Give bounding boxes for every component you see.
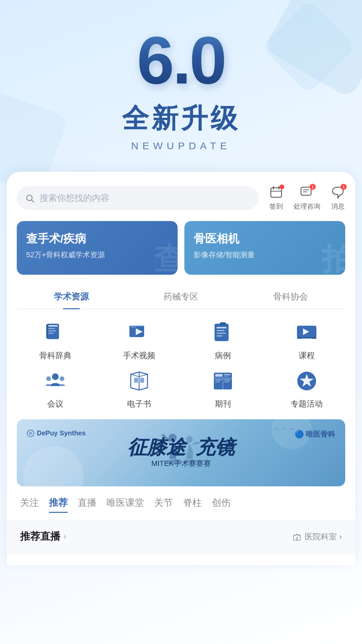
svg-rect-27 [220,322,226,325]
tab-follow[interactable]: 关注 [20,496,39,513]
svg-rect-23 [217,327,227,328]
ebook-icon [126,368,153,394]
content-tabs: 关注 推荐 直播 唯医课堂 关节 脊柱 创伤 [17,496,345,513]
version-number: 6.0 [137,27,225,94]
tab-recommend[interactable]: 推荐 [49,496,68,513]
svg-rect-45 [215,381,220,382]
feature-banners: 查手术/疾病 52万+骨科权威学术资源 查 骨医相机 影像存储/智能测量 拍 [17,221,345,275]
svg-rect-57 [296,537,298,540]
camera-banner-title: 骨医相机 [194,231,336,247]
surgery-video-label: 手术视频 [123,350,155,361]
svg-rect-43 [224,376,229,377]
svg-rect-42 [224,374,231,375]
grid-icons: 骨科辞典 手术视频 [17,319,345,409]
ad-main-text: 征膝途 充镜 [127,437,235,457]
section-title-arrow: › [64,532,66,541]
checkin-icon [269,185,284,200]
search-row: 搜索你想找的内容 签到 [17,185,345,211]
consult-icon: 1 [300,185,314,200]
main-card: 搜索你想找的内容 签到 [7,172,355,565]
message-label: 消息 [331,202,345,211]
svg-point-34 [60,376,64,381]
ad-text-left: 征膝途 [127,437,186,457]
section-title-live: 推荐直播 [20,530,60,543]
grid-item-meeting[interactable]: 会议 [17,368,94,409]
course-icon [293,319,320,346]
hospital-link[interactable]: 医院科室 › [293,531,342,542]
svg-rect-47 [224,381,229,382]
svg-rect-24 [217,330,225,331]
tab-spine[interactable]: 脊柱 [183,496,202,513]
consult-button[interactable]: 1 处理咨询 [294,185,320,211]
message-button[interactable]: 1 消息 [330,185,345,211]
camera-banner-sub: 影像存储/智能测量 [194,250,336,260]
grid-item-special[interactable]: 专题活动 [268,368,345,409]
section-header-live: 推荐直播 › 医院科室 › [17,523,345,548]
grid-item-case[interactable]: 病例 [184,319,261,361]
svg-rect-37 [140,378,144,383]
grid-item-journal[interactable]: 期刊 [184,368,261,409]
tab-live[interactable]: 直播 [78,496,97,513]
course-label: 课程 [299,350,315,361]
meeting-label: 会议 [47,398,63,409]
category-tabs: 学术资源 药械专区 骨科协会 [17,285,345,309]
ad-text-right: 充镜 [196,437,235,457]
grid-item-surgery-video[interactable]: 手术视频 [101,319,178,361]
surgery-banner-title: 查手术/疾病 [26,231,168,247]
meeting-icon [42,368,69,394]
grid-item-dictionary[interactable]: 骨科辞典 [17,319,94,361]
svg-point-33 [46,376,51,381]
case-label: 病例 [215,350,231,361]
bottom-section: 推荐直播 › 医院科室 › [7,520,355,555]
svg-rect-10 [48,325,58,327]
svg-rect-44 [215,379,222,380]
svg-rect-13 [48,333,54,334]
case-icon [209,319,236,346]
ad-brand-right: 🔵 唯医骨科 [295,429,335,439]
tab-pharma[interactable]: 药械专区 [126,285,236,309]
ad-banner-content: 征膝途 充镜 MITEK手术赛赛赛 [127,437,235,469]
search-bar[interactable]: 搜索你想找的内容 [17,186,259,210]
journal-label: 期刊 [215,398,231,409]
birds-decoration: ～ ～ ～ [274,424,295,432]
surgery-banner[interactable]: 查手术/疾病 52万+骨科权威学术资源 查 [17,221,178,275]
svg-rect-2 [271,188,282,197]
dictionary-label: 骨科辞典 [39,350,71,361]
special-label: 专题活动 [291,398,323,409]
svg-rect-11 [48,328,55,329]
checkin-badge [280,184,284,189]
hero-title-cn: 全新升级 [13,101,349,137]
checkin-button[interactable]: 签到 [269,185,284,211]
header-actions: 签到 1 处理咨询 [269,185,345,211]
ad-banner[interactable]: DePuy Synthes 🔵 唯医骨科 ～ ～ ～ [17,419,345,486]
svg-point-53 [184,460,198,464]
checkin-label: 签到 [269,202,283,211]
search-placeholder: 搜索你想找的内容 [40,192,109,204]
surgery-banner-sub: 52万+骨科权威学术资源 [26,250,168,260]
grid-item-ebook[interactable]: 电子书 [101,368,178,409]
consult-label: 处理咨询 [294,202,320,211]
message-badge: 1 [341,184,347,190]
svg-rect-6 [301,187,311,195]
svg-rect-22 [215,324,229,341]
search-icon [25,194,35,203]
surgery-video-icon [126,319,153,346]
ad-brand-left: DePuy Synthes [27,429,86,437]
tab-association[interactable]: 骨科协会 [236,285,345,309]
hero-title-en: NEWUPDATE [13,140,349,152]
svg-rect-41 [215,374,223,377]
tab-trauma[interactable]: 创伤 [212,496,231,513]
message-icon: 1 [330,185,345,200]
svg-point-51 [29,432,32,435]
svg-rect-46 [224,379,231,380]
tab-weiyiklass[interactable]: 唯医课堂 [107,496,144,513]
svg-rect-19 [129,326,144,327]
tab-academic[interactable]: 学术资源 [17,285,126,309]
grid-item-course[interactable]: 课程 [268,319,345,361]
camera-banner[interactable]: 骨医相机 影像存储/智能测量 拍 [184,221,345,275]
tab-joint[interactable]: 关节 [154,496,173,513]
hospital-link-text: 医院科室 › [305,531,342,542]
svg-rect-12 [48,330,56,331]
svg-rect-26 [217,335,223,336]
svg-point-32 [52,373,59,380]
